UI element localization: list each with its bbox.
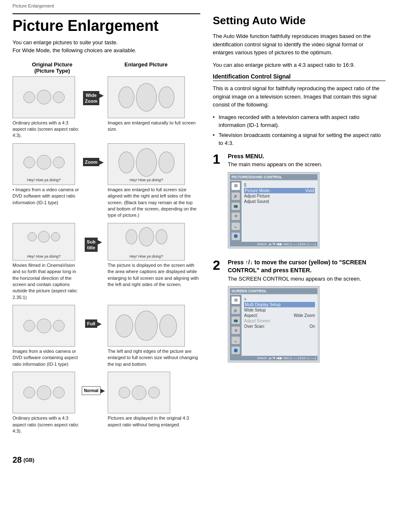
original-caption-subtitle: Movies filmed in CinemaVision and so for…	[13, 262, 79, 301]
pic-text-overlay: Hey! How ya doing?	[13, 178, 75, 182]
step-2-desc: The SCREEN CONTROL menu appears on the s…	[228, 275, 385, 283]
table-row: Hey! How ya doing? • Images from a video…	[13, 143, 200, 219]
original-frame-zoom: Hey! How ya doing?	[13, 143, 75, 185]
step-2-title: Press ↑/↓ to move the cursor (yellow) to…	[228, 258, 385, 275]
menu-icon: ⚙	[232, 213, 240, 220]
menu-body-2: 🖼 🔊 📺 ⚙ 📡 🔵 > Multi Display Setup Wide S…	[230, 295, 317, 356]
menu-icon: 🔵	[232, 233, 240, 240]
enlarged-caption-normal: Pictures are displayed in the original 4…	[108, 415, 200, 428]
menu-row-highlighted: Picture Mode:Vivid	[244, 188, 315, 193]
bullet-item: Images recorded with a television camera…	[213, 113, 385, 129]
pic-text-subtitle: Hey! How ya doing?	[13, 254, 75, 258]
original-frame-subtitle: Hey! How ya doing?	[13, 223, 75, 261]
page-title: Picture Enlargement	[13, 13, 200, 34]
original-picture-subtitle: Hey! How ya doing? Movies filmed in Cine…	[13, 223, 79, 301]
menu-icon: 📡	[232, 223, 240, 230]
circle-decoration	[135, 311, 158, 341]
circle-decoration	[53, 387, 65, 398]
circle-decoration	[116, 314, 133, 337]
menu-icon: ⚙	[232, 327, 240, 334]
menu-row-highlighted: Multi Display Setup	[244, 302, 315, 307]
original-picture-normal: Ordinary pictures with a 4:3 aspect rati…	[13, 372, 79, 434]
circle-decoration	[38, 231, 50, 243]
menu-title-1: PICTURE/SOUND CONTROL	[230, 174, 317, 180]
circle-decoration	[28, 232, 37, 241]
auto-wide-intro-p2: You can also enlarge picture with a 4:3 …	[213, 61, 385, 69]
menu-screenshot-1: PICTURE/SOUND CONTROL 🖼 🔊 📺 ⚙ 📡 🔵 5	[228, 172, 320, 248]
menu-icon: 🖼	[232, 182, 240, 190]
menu-row: 5	[244, 182, 315, 188]
menu-icons-col-2: 🖼 🔊 📺 ⚙ 📡 🔵	[230, 295, 242, 356]
original-frame-full	[13, 305, 75, 347]
enlarged-picture-wide-zoom: Images are enlarged naturally to full sc…	[108, 76, 200, 133]
circle-decoration	[139, 227, 154, 246]
menu-icon: 🔊	[232, 307, 240, 314]
step-2-content: Press ↑/↓ to move the cursor (yellow) to…	[228, 258, 385, 366]
enlarged-picture-full: The left and right edges of the picture …	[108, 305, 200, 367]
id-control-bullets: Images recorded with a television camera…	[213, 113, 385, 147]
enlarged-picture-normal: Pictures are displayed in the original 4…	[108, 372, 200, 428]
badge-wide-zoom: WideZoom ▶	[81, 76, 106, 106]
menu-content-2: > Multi Display Setup Wide Setup Aspect:…	[242, 295, 317, 356]
circle-decoration	[37, 155, 51, 170]
table-row: Ordinary pictures with a 4:3 aspect rati…	[13, 372, 200, 434]
circle-decoration	[53, 157, 65, 168]
circle-decoration	[159, 152, 174, 173]
circle-decoration	[126, 229, 137, 244]
badge-subtitle: Subtitle ▶	[81, 223, 106, 252]
circle-decoration	[23, 387, 35, 398]
circle-decoration	[51, 232, 60, 241]
subsection-intro: This is a control signal for faithfully …	[213, 84, 385, 109]
circle-decoration	[37, 90, 51, 104]
table-header: Original Picture(Picture Type) Enlarged …	[13, 61, 200, 74]
menu-footer-2: Select: ▲/▼/◀/▶ Set: [——] Exit: [——]	[230, 356, 317, 360]
right-column: Setting Auto Wide The Auto Wide function…	[213, 10, 385, 438]
menu-row-dimmed: Adjust Screen	[244, 318, 315, 324]
original-caption-zoom: • Images from a video camera or DVD soft…	[13, 187, 79, 206]
circle-decoration	[23, 157, 35, 168]
intro-text: You can enlarge pictures to suite your t…	[13, 38, 200, 55]
step-number-1: 1	[213, 152, 224, 166]
enlarged-caption-wide-zoom: Images are enlarged naturally to full sc…	[108, 120, 200, 133]
circle-decoration	[136, 148, 157, 177]
pic-text-subtitle-enlarged: Hey! How ya doing?	[108, 254, 184, 258]
table-row: Images from a video camera or DVD softwa…	[13, 305, 200, 367]
circle-decoration	[37, 385, 51, 400]
menu-row: Adjust Picture	[244, 193, 315, 199]
step-number-2: 2	[213, 258, 224, 272]
enlarged-picture-zoom: Hey! How ya doing? Images are enlarged t…	[108, 143, 200, 219]
circle-decoration	[23, 91, 35, 103]
enlarged-caption-full: The left and right edges of the picture …	[108, 348, 200, 367]
page-suffix: (GB)	[23, 457, 34, 463]
circle-decoration	[132, 385, 146, 400]
enlarged-picture-subtitle: Hey! How ya doing? The picture is displa…	[108, 223, 200, 288]
badge-zoom: Zoom ▶	[81, 143, 106, 166]
menu-row: Over Scan:On	[244, 324, 315, 329]
menu-icon: 📺	[232, 203, 240, 210]
menu-row: Aspect:Wide Zoom	[244, 313, 315, 318]
original-frame-normal	[13, 372, 75, 413]
step-1: 1 Press MENU. The main menu appears on t…	[213, 152, 385, 252]
circle-decoration	[156, 229, 167, 244]
original-frame-wide-zoom	[13, 76, 75, 118]
enlarged-caption-zoom: Images are enlarged to full screen size …	[108, 187, 200, 219]
table-row: Hey! How ya doing? Movies filmed in Cine…	[13, 223, 200, 301]
section-title-auto-wide: Setting Auto Wide	[213, 14, 385, 27]
original-caption-full: Images from a video camera or DVD softwa…	[13, 348, 79, 367]
auto-wide-intro-p1: The Auto Wide function faithfully reprod…	[213, 32, 385, 57]
menu-title-2: SCREEN CONTROL	[230, 288, 317, 294]
circle-decoration	[23, 320, 35, 332]
menu-icon: 🔵	[232, 347, 240, 354]
circle-decoration	[136, 83, 157, 111]
circle-decoration	[118, 86, 134, 108]
enlarged-frame-zoom: Hey! How ya doing?	[108, 143, 185, 185]
col-original-header: Original Picture(Picture Type)	[13, 61, 92, 74]
menu-icon: 🖼	[232, 296, 240, 304]
circle-decoration	[118, 387, 130, 398]
enlarged-caption-subtitle: The picture is displayed on the screen w…	[108, 262, 200, 288]
original-caption-wide-zoom: Ordinary pictures with a 4:3 aspect rati…	[13, 120, 79, 139]
circle-decoration	[53, 91, 65, 103]
menu-icons-col-1: 🖼 🔊 📺 ⚙ 📡 🔵	[230, 181, 242, 242]
menu-row: Adjust Sound	[244, 199, 315, 204]
circle-decoration	[159, 86, 174, 108]
